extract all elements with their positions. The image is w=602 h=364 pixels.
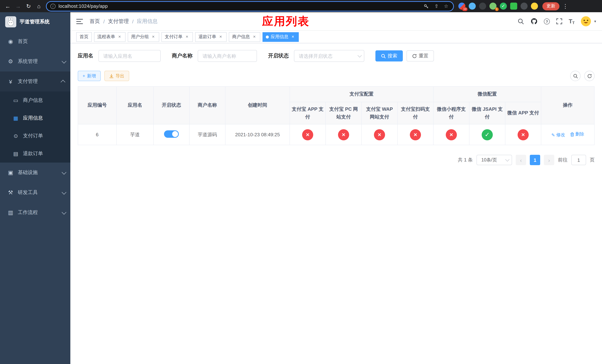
sidebar-item-refund-orders[interactable]: ▤ 退款订单 — [0, 145, 70, 162]
extension-icon[interactable]: 1 — [489, 3, 496, 10]
url-bar[interactable]: i localhost:1024/pay/app ⇧ ☆ — [47, 2, 453, 11]
sidebar-item-label: 工作流程 — [18, 209, 38, 216]
close-icon[interactable]: × — [117, 34, 122, 39]
delete-link[interactable]: 删除 — [570, 131, 584, 138]
toggle-search-button[interactable] — [570, 71, 580, 81]
tab-user-group[interactable]: 用户分组 × — [128, 32, 159, 42]
tab-merchant-info[interactable]: 商户信息 × — [229, 32, 260, 42]
close-icon[interactable]: × — [151, 34, 156, 39]
cell-merchant: 芋道源码 — [189, 124, 225, 145]
tab-app-info[interactable]: 应用信息 × — [262, 32, 299, 42]
status-select-input[interactable] — [294, 50, 364, 62]
close-icon[interactable]: × — [290, 34, 295, 39]
alipay-app-status-icon: × — [302, 129, 313, 140]
user-avatar[interactable] — [581, 16, 591, 26]
sidebar-item-app-info[interactable]: ▦ 应用信息 — [0, 109, 70, 127]
page-content: 应用名 商户名称 开启状态 — [70, 43, 602, 364]
home-icon[interactable]: ⌂ — [34, 1, 44, 11]
goto-page-input[interactable] — [571, 155, 586, 165]
tab-process-form[interactable]: 流程表单 × — [94, 32, 126, 42]
sidebar-item-system[interactable]: ⚙ 系统管理 — [0, 52, 70, 72]
forward-icon[interactable]: → — [13, 1, 23, 11]
reset-button[interactable]: 重置 — [407, 50, 434, 62]
page-1-button[interactable]: 1 — [530, 155, 540, 165]
tab-home[interactable]: 首页 — [76, 32, 92, 42]
pagination: 共 1 条 ‹ 1 › 前往 页 — [78, 155, 595, 165]
caret-down-icon[interactable]: ▾ — [594, 19, 596, 23]
chrome-update-button[interactable]: 更新 — [542, 2, 559, 10]
site-info-icon[interactable]: i — [50, 3, 55, 9]
close-icon[interactable]: × — [218, 34, 223, 39]
sidebar-item-label: 系统管理 — [18, 58, 38, 65]
cell-app-name: 芋道 — [117, 124, 153, 145]
help-icon[interactable]: ? — [544, 18, 550, 24]
profile-avatar-icon[interactable] — [531, 3, 538, 10]
page-size-value[interactable] — [476, 155, 512, 165]
tab-refund-order[interactable]: 退款订单 × — [195, 32, 226, 42]
close-icon[interactable]: × — [252, 34, 257, 39]
goto-label: 前往 — [558, 157, 568, 163]
sidebar-item-merchant-info[interactable]: ▭ 商户信息 — [0, 91, 70, 109]
bookmark-star-icon[interactable]: ☆ — [443, 3, 450, 9]
dashboard-icon: ◉ — [7, 38, 14, 45]
next-page-button[interactable]: › — [544, 155, 554, 165]
chevron-down-icon — [62, 210, 66, 214]
sidebar-item-infrastructure[interactable]: ▣ 基础设施 — [0, 162, 70, 182]
fullscreen-icon[interactable] — [556, 18, 562, 24]
table-row: 6 芋道 芋道源码 2021-10-23 08:49:25 × × × × × — [78, 124, 594, 145]
app-logo[interactable]: 芋道管理系统 — [0, 12, 70, 32]
extension-icon[interactable] — [521, 3, 527, 10]
page-annotation-title: 应用列表 — [262, 14, 310, 29]
chevron-down-icon — [62, 58, 66, 63]
font-size-icon[interactable]: TT — [569, 18, 575, 25]
reload-icon[interactable]: ↻ — [24, 1, 33, 11]
share-icon[interactable]: ⇧ — [433, 3, 440, 9]
merchant-name-label: 商户名称 — [172, 53, 193, 59]
status-select[interactable] — [294, 50, 364, 62]
merchant-name-input[interactable] — [198, 50, 257, 62]
document-icon: ▤ — [13, 151, 19, 157]
search-icon[interactable] — [517, 18, 524, 25]
sidebar-item-label: 支付管理 — [18, 78, 38, 85]
github-icon[interactable] — [531, 18, 538, 25]
browser-menu-icon[interactable]: ⋮ — [562, 3, 569, 10]
status-toggle[interactable] — [164, 130, 179, 138]
page-unit-label: 页 — [590, 157, 595, 163]
refresh-button[interactable] — [584, 71, 595, 81]
prev-page-button[interactable]: ‹ — [516, 155, 526, 165]
sidebar-item-pay-orders[interactable]: ⊙ 支付订单 — [0, 127, 70, 145]
edit-link[interactable]: ✎ 修改 — [551, 132, 565, 138]
search-button[interactable]: 搜索 — [376, 50, 403, 62]
cell-status — [153, 124, 189, 145]
plus-icon: + — [83, 73, 85, 78]
browser-chrome: ← → ↻ ⌂ i localhost:1024/pay/app ⇧ ☆ 10 … — [0, 0, 602, 12]
alipay-pc-status-icon: × — [338, 129, 349, 140]
url-text[interactable]: localhost:1024/pay/app — [58, 3, 420, 9]
cell-created: 2021-10-23 08:49:25 — [225, 124, 290, 145]
active-dot — [266, 35, 269, 38]
yen-icon: ¥ — [7, 78, 14, 85]
password-key-icon[interactable] — [424, 3, 430, 9]
page-size-select[interactable] — [476, 155, 512, 165]
tags-view-bar: 首页 流程表单 × 用户分组 × 支付订单 × 退款订单 × — [70, 31, 602, 43]
sidebar-toggle-icon[interactable] — [76, 19, 83, 24]
sidebar-item-dev-tools[interactable]: ⚒ 研发工具 — [0, 182, 70, 203]
close-icon[interactable]: × — [184, 34, 190, 39]
sidebar-item-workflow[interactable]: ▥ 工作流程 — [0, 203, 70, 223]
export-button[interactable]: 导出 — [104, 71, 129, 81]
breadcrumb-payment[interactable]: 支付管理 — [108, 18, 129, 25]
breadcrumb-home[interactable]: 首页 — [90, 18, 100, 25]
tab-pay-order[interactable]: 支付订单 × — [161, 32, 193, 42]
extension-icon[interactable]: 10 — [458, 3, 465, 10]
add-button[interactable]: + 新增 — [78, 71, 101, 81]
extension-icon[interactable] — [479, 3, 486, 10]
back-icon[interactable]: ← — [3, 1, 13, 11]
app-name-input[interactable] — [98, 50, 161, 62]
extension-check-icon[interactable]: ✓ — [500, 3, 507, 10]
sidebar-item-payment[interactable]: ¥ 支付管理 — [0, 72, 70, 91]
sidebar-item-home[interactable]: ◉ 首页 — [0, 32, 70, 52]
top-navbar: 首页 / 支付管理 / 应用信息 应用列表 ? — [70, 12, 602, 31]
extension-icon[interactable] — [469, 3, 476, 10]
extension-chat-icon[interactable] — [510, 3, 517, 10]
group-alipay-config: 支付宝配置 — [290, 86, 433, 102]
